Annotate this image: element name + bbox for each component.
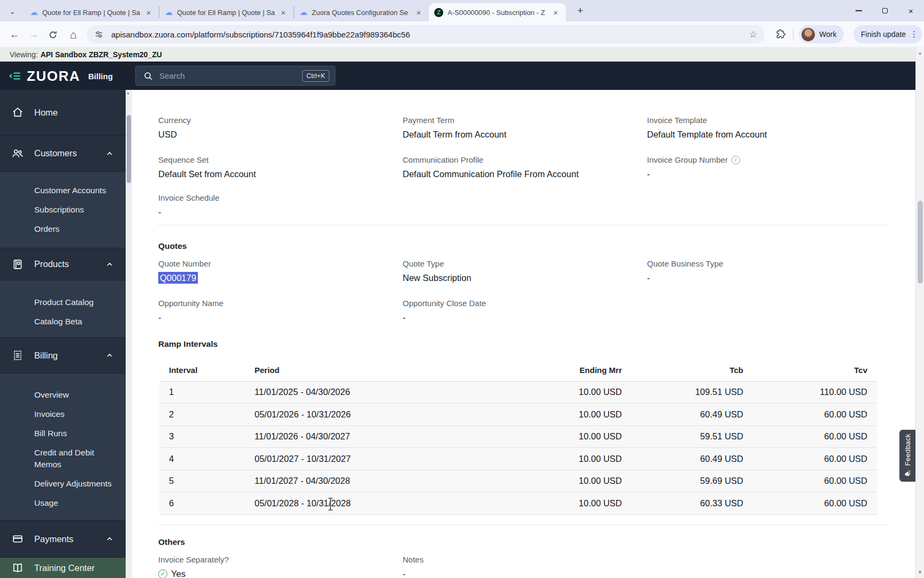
- profile-avatar: [802, 28, 815, 41]
- browser-tab-3[interactable]: ☁ Zuora Quotes Configuration Se ×: [294, 6, 429, 18]
- address-bar[interactable]: apisandbox.zuora.com/platform/subscripti…: [87, 25, 765, 43]
- sidebar-item-home[interactable]: Home: [0, 90, 126, 135]
- close-icon[interactable]: ×: [279, 7, 288, 17]
- products-icon: [12, 258, 24, 270]
- zuora-logo[interactable]: ZUORA: [27, 68, 80, 85]
- sidebar-item-orders[interactable]: Orders: [0, 219, 126, 239]
- sidebar-item-product-catalog[interactable]: Product Catalog: [0, 293, 126, 312]
- training-book-icon: [12, 562, 24, 574]
- feedback-label: Feedback: [904, 434, 912, 466]
- table-row: 311/01/2026 - 04/30/202710.00 USD59.51 U…: [159, 425, 877, 448]
- selected-text[interactable]: Q000179: [158, 272, 198, 284]
- scroll-down-arrow-icon[interactable]: ▼: [918, 569, 922, 575]
- sidebar-item-subscriptions[interactable]: Subscriptions: [0, 200, 126, 219]
- sidebar-toggle-button[interactable]: [9, 70, 21, 82]
- forward-button[interactable]: →: [27, 28, 41, 42]
- table-header-row: Interval Period Ending Mrr Tcb Tcv: [159, 360, 877, 381]
- search-shortcut-badge: Ctrl+K: [302, 70, 329, 82]
- column-header: Tcv: [754, 360, 877, 381]
- field-payment-term: Payment Term Default Term from Account: [403, 115, 506, 140]
- sidebar-item-training-center[interactable]: Training Center: [0, 558, 126, 578]
- finish-update-button[interactable]: Finish update ⋮: [853, 25, 922, 43]
- quotes-section-title: Quotes: [158, 241, 187, 251]
- sidebar-item-payments[interactable]: Payments: [0, 521, 126, 558]
- sidebar-item-usage[interactable]: Usage: [0, 493, 126, 513]
- section-divider: [158, 524, 889, 525]
- chevron-up-icon: [106, 535, 113, 543]
- home-button[interactable]: ⌂: [66, 28, 80, 42]
- browser-profile-button[interactable]: Work: [799, 25, 844, 43]
- back-button[interactable]: ←: [7, 28, 21, 42]
- table-row: 205/01/2026 - 10/31/202610.00 USD60.49 U…: [159, 404, 877, 426]
- close-icon[interactable]: ×: [144, 7, 153, 17]
- sidebar-item-customer-accounts[interactable]: Customer Accounts: [0, 181, 126, 200]
- tab-title: Quote for Ell Ramp | Quote | Sa: [177, 9, 279, 17]
- browser-tab-2[interactable]: ☁ Quote for Ell Ramp | Quote | Sa ×: [159, 6, 294, 18]
- field-invoice-separately: Invoice Separately? ✓ Yes: [158, 554, 229, 578]
- sidebar-item-products[interactable]: Products: [0, 248, 126, 280]
- sidebar-item-credit-debit-memos[interactable]: Credit and Debit Memos: [0, 443, 126, 474]
- feedback-button[interactable]: Feedback: [899, 430, 915, 482]
- column-header: Interval: [159, 360, 245, 381]
- browser-tab-1[interactable]: ☁ Quote for Ell Ramp | Quote | Sa ×: [25, 6, 159, 18]
- ramp-intervals-section-title: Ramp Intervals: [158, 339, 218, 349]
- scroll-up-arrow-icon[interactable]: ▲: [126, 91, 130, 95]
- sidebar-item-customers[interactable]: Customers: [0, 135, 126, 172]
- field-sequence-set: Sequence Set Default Set from Account: [158, 155, 256, 180]
- sidebar-item-label: Products: [34, 259, 69, 269]
- chevron-up-icon: [106, 352, 113, 359]
- site-info-icon[interactable]: [94, 29, 104, 39]
- field-currency: Currency USD: [158, 115, 191, 140]
- field-invoice-template: Invoice Template Default Template from A…: [647, 115, 767, 140]
- close-icon[interactable]: ×: [551, 7, 560, 17]
- payments-icon: [12, 533, 24, 545]
- extensions-icon[interactable]: [775, 28, 786, 39]
- sidebar-item-invoices[interactable]: Invoices: [0, 405, 126, 424]
- browser-toolbar: ← → ⌂ apisandbox.zuora.com/platform/subs…: [0, 21, 924, 47]
- global-search-input[interactable]: Search Ctrl+K: [135, 66, 335, 86]
- window-minimize-button[interactable]: [845, 0, 872, 21]
- tab-title: A-S00000090 - Subscription - Z: [448, 9, 551, 17]
- viewing-banner: Viewing: API Sandbox ZBZR_System20_ZU: [0, 47, 924, 62]
- column-header: Period: [245, 360, 469, 381]
- reload-icon: [48, 30, 58, 40]
- sidebar-scrollbar-thumb[interactable]: [127, 115, 131, 183]
- scroll-up-arrow-icon[interactable]: ▲: [918, 50, 922, 56]
- window-close-button[interactable]: ×: [898, 0, 924, 21]
- sidebar-item-catalog-beta[interactable]: Catalog Beta: [0, 312, 126, 331]
- reload-button[interactable]: [46, 28, 60, 42]
- sidebar-scrollbar[interactable]: ▲: [126, 90, 132, 578]
- viewing-prefix: Viewing:: [10, 50, 38, 59]
- table-row: 605/01/2028 - 10/31/202810.00 USD60.33 U…: [159, 492, 877, 515]
- sidebar-item-label: Payments: [34, 534, 73, 544]
- sidebar-item-label: Training Center: [34, 563, 95, 573]
- sidebar-item-billing[interactable]: Billing: [0, 338, 126, 374]
- page-scrollbar-thumb[interactable]: [918, 201, 923, 284]
- close-icon[interactable]: ×: [414, 7, 424, 17]
- zuora-favicon: Z: [434, 8, 443, 17]
- forward-icon: →: [29, 29, 39, 41]
- window-maximize-button[interactable]: [872, 0, 898, 21]
- column-header: Tcb: [633, 360, 754, 381]
- browser-menu-icon[interactable]: ⋮: [910, 29, 918, 39]
- sidebar-item-bill-runs[interactable]: Bill Runs: [0, 424, 126, 443]
- maximize-icon: [882, 8, 888, 13]
- sidebar-item-delivery-adjustments[interactable]: Delivery Adjustments: [0, 474, 126, 493]
- info-icon[interactable]: i: [732, 156, 740, 164]
- ramp-intervals-table: Interval Period Ending Mrr Tcb Tcv 111/0…: [159, 360, 877, 515]
- url-text[interactable]: apisandbox.zuora.com/platform/subscripti…: [111, 30, 749, 39]
- field-communication-profile: Communication Profile Default Communicat…: [403, 155, 579, 180]
- page-scrollbar[interactable]: ▲ ▼: [915, 47, 924, 578]
- bookmark-star-icon[interactable]: ☆: [749, 29, 757, 40]
- sidebar-item-overview[interactable]: Overview: [0, 385, 126, 405]
- billing-icon: [12, 349, 24, 361]
- new-tab-button[interactable]: +: [573, 4, 587, 18]
- field-invoice-group-number: Invoice Group Numberi -: [647, 155, 740, 180]
- chevron-up-icon: [106, 150, 113, 157]
- browser-tab-active[interactable]: Z A-S00000090 - Subscription - Z ×: [429, 3, 566, 21]
- tab-search-button[interactable]: ⌄: [5, 4, 19, 18]
- back-icon: ←: [10, 29, 20, 41]
- subscription-detail-panel: Currency USD Payment Term Default Term f…: [132, 90, 915, 578]
- finish-update-label: Finish update: [861, 30, 906, 39]
- chevron-up-icon: [106, 261, 113, 268]
